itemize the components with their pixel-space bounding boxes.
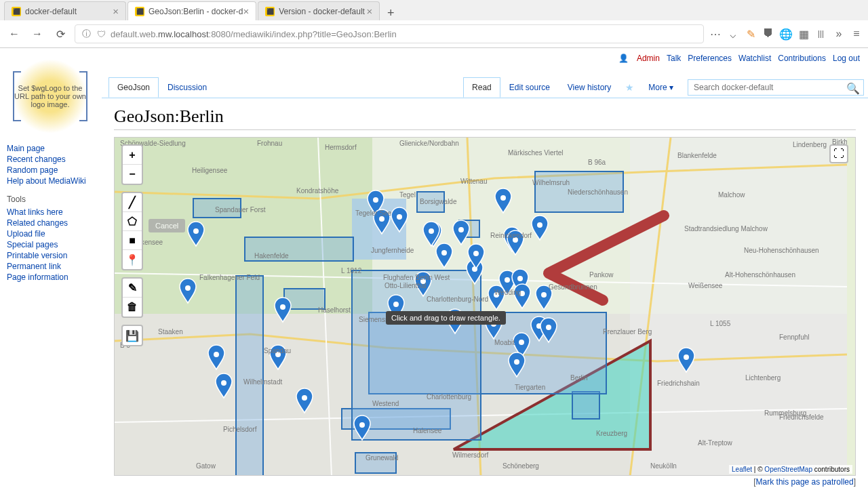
- map-place-label: Pichelsdorf: [223, 426, 257, 433]
- favicon: ⬛: [135, 7, 144, 16]
- search-icon[interactable]: 🔍: [846, 82, 860, 92]
- map-place-label: Wedding: [494, 289, 521, 296]
- close-icon[interactable]: ×: [366, 5, 372, 17]
- sidebar-link[interactable]: Main page: [7, 143, 94, 154]
- grid-icon[interactable]: ▦: [797, 28, 810, 40]
- tab-more[interactable]: More ▾: [639, 77, 682, 98]
- map-place-label: Pankow: [589, 271, 614, 279]
- svg-point-10: [280, 304, 285, 310]
- osm-link[interactable]: OpenStreetMap: [764, 466, 812, 473]
- sidebar-tool-link[interactable]: Related changes: [7, 218, 94, 228]
- logout-link[interactable]: Log out: [833, 54, 860, 63]
- reload-button[interactable]: ⟳: [52, 25, 69, 43]
- leaflet-link[interactable]: Leaflet: [732, 466, 752, 473]
- back-button[interactable]: ←: [5, 25, 23, 43]
- sidebar-tool-link[interactable]: What links here: [7, 207, 94, 218]
- map-shape-rect[interactable]: [236, 276, 263, 476]
- draw-marker-icon[interactable]: 📍: [123, 250, 142, 269]
- map-place-label: Charlottenburg: [427, 393, 471, 401]
- map-place-label: B 96a: [588, 159, 606, 166]
- pocket-icon[interactable]: ⌵: [727, 28, 739, 40]
- meatball-icon[interactable]: ⋯: [709, 28, 722, 40]
- sidebar-tool-link[interactable]: Printable version: [7, 250, 94, 261]
- tab-edit[interactable]: Edit source: [500, 77, 559, 98]
- user-link[interactable]: Admin: [637, 54, 660, 63]
- new-tab-button[interactable]: +: [381, 6, 400, 20]
- tab-history[interactable]: View history: [559, 77, 620, 98]
- draw-tooltip: Click and drag to draw rectangle.: [386, 311, 506, 325]
- info-icon[interactable]: ⓘ: [81, 28, 92, 39]
- edit-shapes-icon[interactable]: ✎: [123, 279, 142, 298]
- map-shape-rect[interactable]: [572, 392, 599, 419]
- svg-point-5: [193, 228, 199, 234]
- url-path: :8080/mediawiki/index.php?title=GeoJson:…: [209, 29, 397, 39]
- svg-point-6: [185, 285, 191, 291]
- extension-icon[interactable]: ✎: [745, 28, 757, 40]
- sidebar-tool-link[interactable]: Page information: [7, 272, 94, 283]
- shield-ext-icon[interactable]: ⛊: [762, 28, 774, 40]
- sidebar-link[interactable]: Recent changes: [7, 154, 94, 165]
- shield-icon[interactable]: 🛡: [96, 28, 106, 39]
- svg-point-31: [537, 222, 542, 228]
- svg-point-17: [458, 227, 464, 232]
- svg-point-28: [517, 276, 523, 281]
- svg-point-34: [514, 359, 519, 365]
- tab-discussion[interactable]: Discussion: [159, 77, 216, 98]
- map-place-label: Charlottenburg-Nord: [427, 296, 488, 303]
- zoom-in-button[interactable]: +: [123, 146, 142, 165]
- tab-namespace[interactable]: GeoJson: [108, 77, 159, 98]
- watchlist-link[interactable]: Watchlist: [738, 54, 771, 63]
- map-place-label: Prenzlauer Berg: [603, 328, 652, 336]
- sidebar-link[interactable]: Random page: [7, 165, 94, 176]
- zoom-out-button[interactable]: −: [123, 165, 142, 184]
- sidebar-tool-link[interactable]: Permanent link: [7, 261, 94, 272]
- url-domain: mw.localhost: [158, 29, 208, 39]
- contribs-link[interactable]: Contributions: [778, 54, 826, 63]
- barcode-icon[interactable]: ⫼: [815, 28, 827, 40]
- map-place-label: Jungfernheide: [371, 247, 414, 254]
- browser-chrome: ⬛ docker-default × ⬛ GeoJson:Berlin - do…: [0, 0, 868, 48]
- url-input[interactable]: ⓘ 🛡 default.web.mw.localhost:8080/mediaw…: [75, 24, 704, 43]
- map-place-label: Lichtenberg: [745, 374, 781, 382]
- search-input[interactable]: [688, 79, 864, 96]
- sidebar-link[interactable]: Help about MediaWiki: [7, 176, 94, 186]
- close-icon[interactable]: ×: [113, 5, 119, 17]
- fullscreen-button[interactable]: ⛶: [829, 144, 848, 163]
- map-place-label: Stadtrandsiedlung Malchow: [684, 225, 768, 232]
- globe-icon[interactable]: 🌐: [780, 28, 792, 40]
- content: GeoJson Discussion Read Edit source View…: [102, 48, 868, 488]
- svg-point-12: [379, 216, 384, 222]
- map-place-label: Falkenhagener Feld: [199, 274, 260, 281]
- cancel-button[interactable]: Cancel: [149, 219, 185, 232]
- map-canvas[interactable]: FrohnauSchönwalde-SiedlungHermsdorfGlien…: [115, 138, 847, 476]
- draw-line-icon[interactable]: ╱: [123, 193, 142, 212]
- watch-star-icon[interactable]: ★: [620, 77, 639, 98]
- browser-tab[interactable]: ⬛ Version - docker-default ×: [258, 1, 380, 20]
- browser-tab[interactable]: ⬛ docker-default ×: [4, 1, 126, 20]
- save-icon[interactable]: 💾: [123, 326, 142, 345]
- map-place-label: Fennpfuhl: [779, 333, 809, 341]
- wiki-logo[interactable]: Set $wgLogo to the URL path to your own …: [13, 59, 87, 134]
- tab-label: GeoJson:Berlin - docker-d: [149, 7, 243, 16]
- mark-patrolled-link[interactable]: Mark this page as patrolled: [756, 477, 854, 487]
- sidebar-tool-link[interactable]: Special pages: [7, 239, 94, 250]
- map[interactable]: FrohnauSchönwalde-SiedlungHermsdorfGlien…: [114, 137, 856, 476]
- sidebar-tool-link[interactable]: Upload file: [7, 228, 94, 239]
- map-place-label: Gatow: [196, 462, 216, 470]
- draw-polygon-icon[interactable]: ⬠: [123, 212, 142, 231]
- delete-shapes-icon[interactable]: 🗑: [123, 298, 142, 317]
- tab-read[interactable]: Read: [463, 77, 500, 98]
- map-place-label: Hakenfelde: [254, 252, 289, 260]
- map-place-label: Spandau: [264, 347, 291, 354]
- overflow-icon[interactable]: »: [833, 28, 845, 40]
- tab-label: docker-default: [25, 7, 77, 16]
- draw-rectangle-icon[interactable]: ■: [123, 231, 142, 250]
- browser-tab-active[interactable]: ⬛ GeoJson:Berlin - docker-d ×: [127, 1, 256, 20]
- close-icon[interactable]: ×: [243, 5, 249, 17]
- svg-point-25: [505, 277, 510, 283]
- map-place-label: Kreuzberg: [596, 430, 627, 437]
- prefs-link[interactable]: Preferences: [688, 54, 732, 63]
- talk-link[interactable]: Talk: [667, 54, 681, 63]
- forward-button[interactable]: →: [28, 25, 46, 43]
- hamburger-icon[interactable]: ≡: [850, 28, 863, 40]
